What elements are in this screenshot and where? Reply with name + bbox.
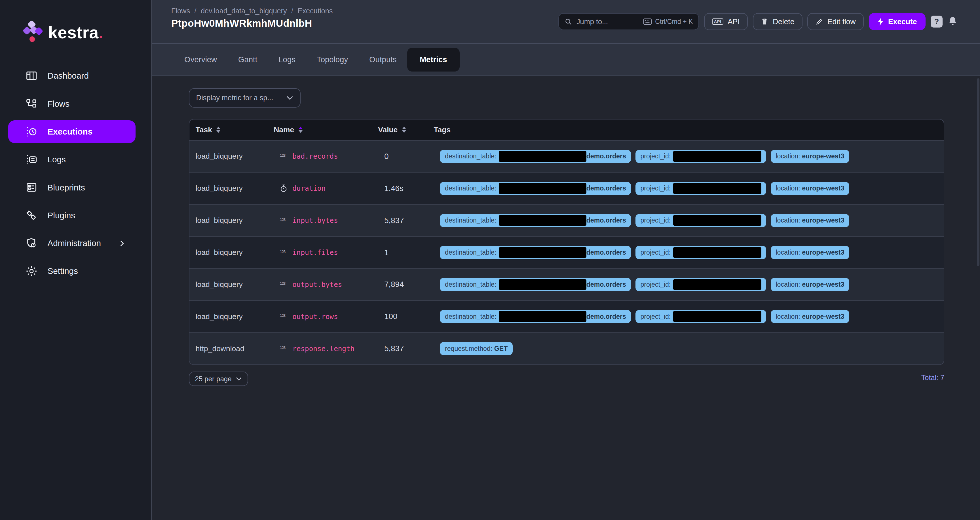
- task-cell: http_download: [189, 344, 280, 353]
- metrics-table: Task Name Value Tags: [189, 119, 945, 365]
- tab-gantt[interactable]: Gantt: [228, 44, 268, 75]
- per-page-select[interactable]: 25 per page: [189, 372, 248, 386]
- redacted-box: [673, 151, 761, 161]
- numeric-icon: ¹²³: [280, 281, 292, 288]
- sort-icon[interactable]: [216, 127, 220, 133]
- execute-button[interactable]: Execute: [869, 13, 926, 30]
- delete-button[interactable]: Delete: [753, 13, 802, 30]
- tag-badge: project_id:: [635, 150, 767, 163]
- redacted-box: [499, 183, 586, 194]
- breadcrumb-flows[interactable]: Flows: [171, 7, 190, 15]
- sidebar-item-settings[interactable]: Settings: [0, 257, 151, 285]
- sidebar-item-flows[interactable]: Flows: [0, 90, 151, 118]
- sidebar-item-plugins[interactable]: Plugins: [0, 201, 151, 229]
- metric-name: response.length: [292, 345, 355, 353]
- tags-cell: destination_table:demo.ordersproject_id:…: [440, 246, 944, 259]
- task-cell: load_biqquery: [189, 280, 280, 289]
- search-shortcut: Ctrl/Cmd + K: [643, 18, 693, 26]
- pencil-icon: [816, 18, 823, 25]
- tab-metrics[interactable]: Metrics: [407, 48, 460, 72]
- tag-badge: destination_table:demo.orders: [440, 310, 631, 323]
- metrics-content: Display metric for a sp... Task Name: [152, 76, 980, 520]
- tag-badge: location:europe-west3: [771, 150, 849, 163]
- edit-flow-button[interactable]: Edit flow: [807, 13, 864, 30]
- sidebar-item-label: Logs: [47, 155, 66, 164]
- tag-badge: project_id:: [635, 246, 767, 259]
- notification-bell-icon[interactable]: [947, 16, 958, 27]
- top-actions: Jump to... Ctrl/Cmd + K API API: [558, 13, 958, 30]
- sidebar-item-administration[interactable]: Administration: [0, 229, 151, 257]
- help-icon[interactable]: ?: [931, 16, 943, 27]
- table-row: load_biqquery ¹²³ bad.records 0 destinat…: [189, 140, 944, 172]
- sidebar-item-blueprints[interactable]: Blueprints: [0, 174, 151, 201]
- logo-dot: [30, 36, 35, 42]
- sidebar-item-label: Plugins: [47, 211, 75, 220]
- tag-badge: location:europe-west3: [771, 246, 849, 259]
- kestra-logo-icon: [22, 21, 44, 45]
- numeric-icon: ¹²³: [280, 249, 292, 256]
- redacted-box: [673, 183, 761, 194]
- value-cell: 1.46s: [384, 184, 440, 193]
- tag-badge: project_id:: [635, 310, 767, 323]
- task-cell: load_biqquery: [189, 152, 280, 161]
- kestra-logo[interactable]: kestra.: [22, 15, 103, 50]
- value-cell: 5,837: [384, 216, 440, 225]
- tab-topology[interactable]: Topology: [306, 44, 358, 75]
- tags-cell: request.method:GET: [440, 342, 944, 355]
- sidebar-item-logs[interactable]: Logs: [0, 146, 151, 174]
- column-header-value[interactable]: Value: [378, 126, 434, 134]
- tag-badge: destination_table:demo.orders: [440, 150, 631, 163]
- tab-outputs[interactable]: Outputs: [359, 44, 407, 75]
- table-header: Task Name Value Tags: [189, 120, 944, 140]
- top-header: Flows / dev.load_data_to_bigquery / Exec…: [152, 0, 980, 44]
- tab-logs[interactable]: Logs: [268, 44, 306, 75]
- sidebar-item-label: Administration: [47, 238, 101, 248]
- column-header-name[interactable]: Name: [274, 126, 378, 134]
- table-row: load_biqquery ¹²³ input.files 1 destinat…: [189, 236, 944, 268]
- tags-cell: destination_table:demo.ordersproject_id:…: [440, 310, 944, 323]
- column-header-task[interactable]: Task: [189, 126, 274, 134]
- metric-task-select[interactable]: Display metric for a sp...: [189, 88, 301, 108]
- tags-cell: destination_table:demo.ordersproject_id:…: [440, 278, 944, 291]
- redacted-box: [673, 247, 761, 258]
- total-value: 7: [940, 373, 944, 381]
- value-cell: 100: [384, 312, 440, 321]
- execution-tabs: Overview Gantt Logs Topology Outputs Met…: [152, 44, 980, 76]
- numeric-icon: ¹²³: [280, 313, 292, 320]
- main-area: Flows / dev.load_data_to_bigquery / Exec…: [152, 0, 980, 520]
- breadcrumb-separator: /: [291, 7, 293, 15]
- sidebar-item-label: Settings: [47, 266, 78, 276]
- breadcrumb-flow-id[interactable]: dev.load_data_to_bigquery: [201, 7, 287, 15]
- redacted-box: [673, 279, 761, 290]
- tag-badge: project_id:: [635, 182, 767, 195]
- table-row: http_download ¹²³ response.length 5,837 …: [189, 332, 944, 364]
- value-cell: 7,894: [384, 280, 440, 289]
- sort-icon[interactable]: [299, 127, 302, 133]
- flows-icon: [25, 97, 38, 110]
- total-count: Total: 7: [921, 373, 945, 382]
- tag-badge: request.method:GET: [440, 342, 513, 355]
- sidebar: kestra. Dashboard Flows Executions: [0, 0, 152, 520]
- timer-icon: [280, 184, 292, 193]
- chevron-down-icon: [235, 377, 242, 381]
- tags-cell: destination_table:demo.ordersproject_id:…: [440, 214, 944, 227]
- metric-name: bad.records: [292, 152, 338, 160]
- value-cell: 5,837: [384, 344, 440, 353]
- numeric-icon: ¹²³: [280, 217, 292, 224]
- sidebar-item-executions[interactable]: Executions: [0, 118, 151, 146]
- value-cell: 1: [384, 248, 440, 257]
- api-button[interactable]: API API: [704, 13, 748, 30]
- column-header-tags: Tags: [434, 126, 944, 134]
- redacted-box: [499, 311, 586, 322]
- tag-badge: project_id:: [635, 278, 767, 291]
- api-icon: API: [712, 18, 723, 25]
- search-input[interactable]: Jump to... Ctrl/Cmd + K: [558, 13, 699, 30]
- sort-icon[interactable]: [402, 127, 406, 133]
- breadcrumb-executions[interactable]: Executions: [298, 7, 333, 15]
- tab-overview[interactable]: Overview: [174, 44, 228, 75]
- metric-name: output.bytes: [292, 281, 342, 289]
- breadcrumb: Flows / dev.load_data_to_bigquery / Exec…: [171, 7, 333, 15]
- task-cell: load_biqquery: [189, 216, 280, 225]
- scrollbar-thumb[interactable]: [977, 78, 980, 266]
- sidebar-item-dashboard[interactable]: Dashboard: [0, 62, 151, 90]
